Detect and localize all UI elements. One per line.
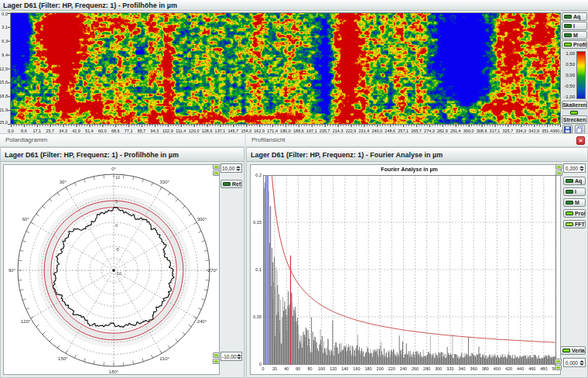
profil-led-icon [566,211,573,215]
color-gradient-icon [576,51,586,99]
fourier-scale-indicators [556,164,562,176]
indicator-green-icon[interactable] [213,164,220,170]
indicator-green-icon[interactable] [213,359,220,364]
color-scale-labels: 1,00 0,50 0,00 -0,50 -1,00 [562,51,576,99]
aq-led-icon [566,179,573,183]
fourier-panel-title: Lager D61 (Filter: HP, Frequenz: 1) - Fo… [247,148,587,162]
indicator-green-icon[interactable] [213,170,220,176]
fourier-max-value: 0,200 [565,166,579,171]
indicator-green-icon[interactable] [555,359,562,364]
ref-button[interactable]: Ref. [220,180,242,188]
heatmap-panel-title: Lager D61 (Filter: HP, Frequenz: 1) - Pr… [0,0,588,11]
m-led-icon [564,33,572,37]
fourier-aq-button[interactable]: Aq [563,177,586,185]
polar-min-value: -10,00 [222,354,237,359]
fourier-min-value: 0,000 [565,360,579,366]
spinner-arrows-icon[interactable] [579,166,584,171]
color-scale: 1,00 0,50 0,00 -0,50 -1,00 [562,51,586,99]
i-led-icon [564,24,572,28]
tab-polardiagramm[interactable]: Polardiagramm [5,136,47,143]
polar-scale-indicators-bottom [213,352,220,364]
fourier-profil-button[interactable]: Profil [563,209,586,218]
copy-icon [576,126,583,133]
i-button[interactable]: I [562,22,587,30]
profil-led-icon [564,43,572,46]
spinner-arrows-icon[interactable] [579,360,584,366]
ref-led-icon [223,182,231,186]
spinner-arrows-icon[interactable] [235,166,241,171]
polar-plot[interactable] [3,164,220,375]
heatmap-controls: Aq I M Profil 1,00 0,50 0,00 -0,50 -1,00… [562,11,588,133]
aq-button[interactable]: Aq [562,12,587,21]
polar-panel: Lager D61 (Filter: HP, Frequenz: 1) - Pr… [0,147,244,378]
indicator-green-icon[interactable] [556,164,562,170]
fft-led-icon [566,222,573,226]
polar-panel-title: Lager D61 (Filter: HP, Frequenz: 1) - Pr… [1,148,244,162]
polar-max-spinner[interactable]: 10,00 [220,163,242,173]
polar-tabstrip: Polardiagramm [0,133,244,147]
fourier-scale-indicators-bottom [555,359,562,370]
save-icon [564,126,571,133]
polar-scale-indicators [213,164,220,176]
tab-profilansicht[interactable]: Profilansicht [251,136,285,143]
fourier-fft-button[interactable]: FFT [563,220,586,229]
profil-tabstrip: Profilansicht × [246,133,588,147]
fourier-i-button[interactable]: I [563,187,586,196]
fourier-m-button[interactable]: M [563,198,586,207]
i-led-icon [566,190,573,194]
fourier-max-spinner[interactable]: 0,200 [563,163,586,173]
close-icon: × [579,137,583,144]
skalieren-button[interactable]: Skalieren [562,101,587,109]
profil-button[interactable]: Profil [562,40,587,49]
indicator-green-icon[interactable] [556,170,562,176]
strecken-button[interactable]: Strecken [562,115,587,124]
verlauf-button[interactable]: Verlauf [560,346,586,355]
m-button[interactable]: M [562,31,587,40]
strecken-led-icon [570,111,578,115]
indicator-green-icon[interactable] [555,365,562,370]
fourier-plot[interactable] [250,164,561,375]
close-tab-button[interactable]: × [576,136,585,145]
m-led-icon [566,201,573,204]
verlauf-led-icon [562,349,570,352]
fourier-panel: Lager D61 (Filter: HP, Frequenz: 1) - Fo… [246,147,588,378]
polar-min-spinner[interactable]: -10,00 [220,352,242,361]
fourier-min-spinner[interactable]: 0,000 [563,358,586,367]
heatmap-plot[interactable] [0,11,562,133]
polar-max-value: 10,00 [222,166,235,171]
spinner-arrows-icon[interactable] [237,354,241,359]
indicator-green-icon[interactable] [213,352,220,358]
aq-led-icon [564,15,572,19]
